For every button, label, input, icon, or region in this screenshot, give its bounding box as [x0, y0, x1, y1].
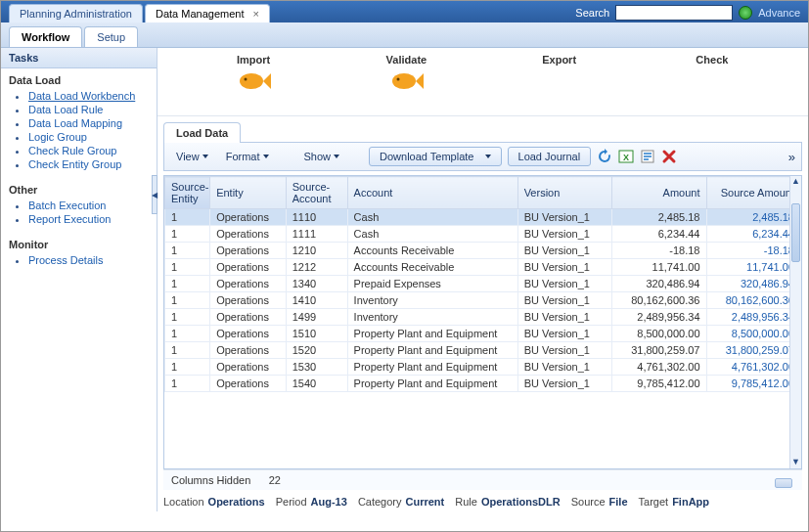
sidebar-item-process-details[interactable]: Process Details	[28, 254, 103, 266]
scroll-up-icon[interactable]: ▲	[790, 176, 801, 188]
table-row[interactable]: 1Operations1520Property Plant and Equipm…	[165, 342, 801, 359]
stage-import[interactable]: Import	[195, 54, 312, 111]
cell-amount: 320,486.94	[612, 276, 706, 292]
sidebar-collapse-handle[interactable]	[152, 175, 157, 214]
page-tabs: Workflow Setup	[1, 22, 808, 48]
table-row[interactable]: 1Operations1540Property Plant and Equipm…	[165, 376, 801, 392]
vertical-scrollbar[interactable]: ▲ ▼	[789, 176, 801, 468]
go-icon[interactable]	[739, 6, 752, 20]
advanced-search-link[interactable]: Advance	[758, 7, 800, 19]
stage-validate[interactable]: Validate	[347, 54, 465, 111]
table-row[interactable]: 1Operations1111CashBU Version_16,234.446…	[165, 226, 801, 243]
cell-account: Property Plant and Equipment	[347, 326, 517, 342]
fish-icon	[236, 69, 271, 93]
sidebar-item-data-load-rule[interactable]: Data Load Rule	[28, 104, 103, 115]
sidebar-item-batch-execution[interactable]: Batch Execution	[28, 200, 107, 211]
main-area: Workflow Setup Tasks Data Load Data Load…	[1, 22, 808, 511]
context-bar: Location Operations Period Aug-13 Catego…	[163, 496, 802, 508]
overflow-indicator-icon[interactable]	[775, 478, 792, 488]
col-account[interactable]: Account	[347, 177, 517, 209]
cell-source-entity: 1	[165, 243, 210, 259]
cell-source-amount: 11,741.00	[706, 259, 801, 276]
table-row[interactable]: 1Operations1110CashBU Version_12,485.182…	[165, 209, 801, 226]
cell-source-entity: 1	[165, 276, 210, 292]
format-menu[interactable]: Format	[220, 149, 275, 164]
refresh-icon[interactable]	[597, 149, 612, 164]
cell-source-account: 1212	[286, 259, 347, 276]
search-label: Search	[575, 7, 609, 19]
app-top-bar: Planning Administration Data Management …	[1, 1, 808, 22]
cell-amount: -18.18	[612, 243, 706, 259]
col-source-amount[interactable]: Source Amount	[706, 177, 801, 209]
tasks-sidebar: Tasks Data Load Data Load Workbench Data…	[1, 48, 157, 511]
cell-source-entity: 1	[165, 226, 210, 243]
top-tab-planning[interactable]: Planning Administration	[9, 4, 143, 22]
cell-source-account: 1540	[286, 376, 347, 392]
scroll-thumb[interactable]	[791, 203, 800, 262]
load-journal-button[interactable]: Load Journal	[508, 147, 592, 166]
query-icon[interactable]	[640, 149, 655, 164]
sidebar-item-check-entity-group[interactable]: Check Entity Group	[28, 158, 121, 170]
cell-source-account: 1499	[286, 309, 347, 326]
svg-marker-1	[263, 73, 271, 89]
col-source-account[interactable]: Source-Account	[286, 177, 347, 209]
cell-source-account: 1520	[286, 342, 347, 359]
top-tab-data-management[interactable]: Data Management ×	[145, 4, 270, 22]
table-row[interactable]: 1Operations1410InventoryBU Version_180,1…	[165, 292, 801, 309]
cell-source-entity: 1	[165, 292, 210, 309]
cell-source-entity: 1	[165, 309, 210, 326]
data-grid-container: Source-Entity Entity Source-Account Acco…	[163, 175, 802, 469]
delete-icon[interactable]	[661, 149, 677, 164]
cell-account: Accounts Receivable	[347, 243, 517, 259]
tab-workflow[interactable]: Workflow	[9, 26, 82, 47]
tasks-header: Tasks	[1, 48, 157, 68]
table-row[interactable]: 1Operations1530Property Plant and Equipm…	[165, 359, 801, 376]
stage-check[interactable]: Check	[653, 54, 771, 111]
cell-source-account: 1530	[286, 359, 347, 376]
table-row[interactable]: 1Operations1510Property Plant and Equipm…	[165, 326, 801, 342]
close-icon[interactable]: ×	[253, 8, 259, 20]
sidebar-item-data-load-workbench[interactable]: Data Load Workbench	[28, 90, 135, 102]
cell-source-amount: 31,800,259.07	[706, 342, 801, 359]
table-row[interactable]: 1Operations1210Accounts ReceivableBU Ver…	[165, 243, 801, 259]
col-version[interactable]: Version	[517, 177, 611, 209]
svg-point-5	[397, 78, 400, 81]
sidebar-item-report-execution[interactable]: Report Execution	[28, 213, 111, 225]
cell-source-amount: 2,485.18	[706, 209, 801, 226]
download-template-button[interactable]: Download Template	[369, 147, 501, 166]
table-row[interactable]: 1Operations1499InventoryBU Version_12,48…	[165, 309, 801, 326]
col-source-entity[interactable]: Source-Entity	[165, 177, 210, 209]
col-entity[interactable]: Entity	[210, 177, 287, 209]
cell-version: BU Version_1	[517, 292, 611, 309]
cell-source-account: 1510	[286, 326, 347, 342]
cell-version: BU Version_1	[517, 276, 611, 292]
cell-source-entity: 1	[165, 376, 210, 392]
table-row[interactable]: 1Operations1212Accounts ReceivableBU Ver…	[165, 259, 801, 276]
cell-account: Inventory	[347, 292, 517, 309]
table-row[interactable]: 1Operations1340Prepaid ExpensesBU Versio…	[165, 276, 801, 292]
cell-entity: Operations	[210, 342, 287, 359]
cell-entity: Operations	[210, 226, 287, 243]
svg-marker-4	[416, 73, 424, 89]
sidebar-item-data-load-mapping[interactable]: Data Load Mapping	[28, 117, 122, 129]
svg-point-2	[245, 78, 247, 81]
stage-export[interactable]: Export	[501, 54, 618, 111]
cell-account: Cash	[347, 226, 517, 243]
tab-load-data[interactable]: Load Data	[163, 122, 241, 143]
columns-hidden-bar: Columns Hidden 22	[163, 469, 802, 490]
sidebar-item-check-rule-group[interactable]: Check Rule Group	[28, 145, 117, 156]
sidebar-item-logic-group[interactable]: Logic Group	[28, 131, 87, 143]
show-menu[interactable]: Show	[298, 149, 346, 164]
col-amount[interactable]: Amount	[612, 177, 706, 209]
cell-source-account: 1111	[286, 226, 347, 243]
cell-source-amount: 320,486.94	[706, 276, 801, 292]
scroll-down-icon[interactable]: ▼	[790, 457, 801, 468]
tab-setup[interactable]: Setup	[84, 26, 138, 47]
excel-export-icon[interactable]: X	[618, 149, 634, 164]
cell-version: BU Version_1	[517, 243, 611, 259]
search-input[interactable]	[615, 5, 733, 21]
view-menu[interactable]: View	[170, 149, 214, 164]
cell-amount: 6,234.44	[612, 226, 706, 243]
grid-header-row: Source-Entity Entity Source-Account Acco…	[165, 177, 801, 209]
toolbar-overflow-icon[interactable]: »	[788, 150, 795, 164]
